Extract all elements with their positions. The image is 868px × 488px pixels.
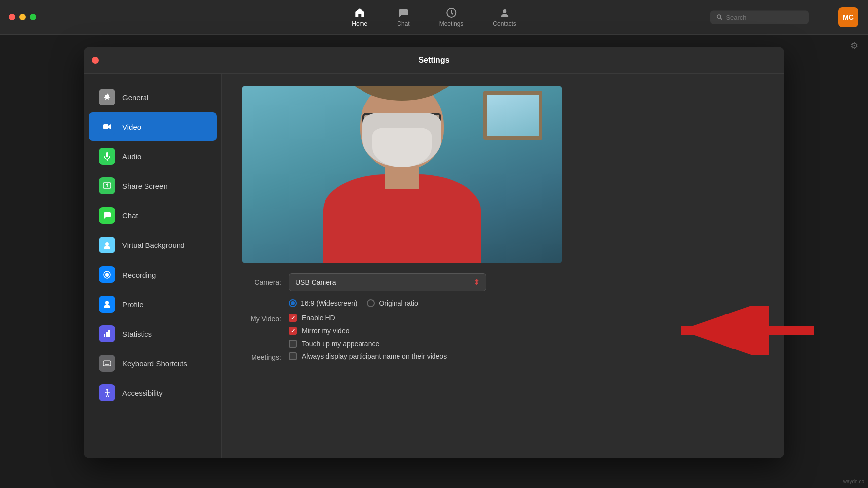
camera-select[interactable]: USB Camera ⬍ bbox=[289, 273, 486, 291]
keyboard-icon bbox=[99, 355, 115, 372]
settings-title: Settings bbox=[418, 56, 449, 65]
sidebar-general-label: General bbox=[122, 93, 148, 102]
sidebar-audio-label: Audio bbox=[122, 152, 141, 161]
touch-up-checkbox[interactable] bbox=[289, 340, 297, 348]
display-name-label: Always display participant name on their… bbox=[302, 352, 447, 360]
widescreen-label: 16:9 (Widescreen) bbox=[301, 299, 357, 307]
settings-sidebar: General Video Audio bbox=[84, 74, 222, 458]
meetings-checkboxes: Always display participant name on their… bbox=[289, 352, 447, 360]
chat-sidebar-icon bbox=[99, 207, 115, 224]
sidebar-vbg-label: Virtual Background bbox=[122, 241, 184, 249]
camera-value: USB Camera bbox=[295, 279, 336, 286]
sidebar-video-label: Video bbox=[122, 123, 141, 131]
settings-header: Settings bbox=[84, 47, 784, 74]
gear-icon[interactable]: ⚙ bbox=[850, 40, 858, 51]
vbg-icon bbox=[99, 237, 115, 253]
ratio-row: 16:9 (Widescreen) Original ratio bbox=[242, 299, 764, 307]
sidebar-item-audio[interactable]: Audio bbox=[89, 142, 217, 171]
settings-close-button[interactable] bbox=[92, 57, 99, 64]
my-video-row: My Video: Enable HD Mirror my video Touc… bbox=[242, 314, 764, 348]
search-input[interactable] bbox=[726, 13, 803, 21]
svg-point-8 bbox=[105, 273, 109, 277]
home-icon bbox=[354, 7, 365, 18]
minimize-dot[interactable] bbox=[19, 14, 26, 20]
nav-meetings[interactable]: Meetings bbox=[425, 3, 478, 31]
sidebar-statistics-label: Statistics bbox=[122, 330, 152, 338]
camera-row: Camera: USB Camera ⬍ bbox=[242, 273, 764, 291]
settings-body: General Video Audio bbox=[84, 74, 784, 458]
sidebar-item-keyboard-shortcuts[interactable]: Keyboard Shortcuts bbox=[89, 349, 217, 378]
search-icon bbox=[716, 14, 722, 21]
camera-label: Camera: bbox=[242, 279, 281, 286]
sidebar-recording-label: Recording bbox=[122, 271, 156, 279]
meetings-row: Meetings: Always display participant nam… bbox=[242, 352, 764, 361]
meetings-label: Meetings bbox=[439, 20, 464, 27]
general-icon bbox=[99, 89, 115, 105]
mirror-video-checkbox[interactable] bbox=[289, 327, 297, 335]
my-video-label: My Video: bbox=[242, 314, 281, 323]
mirror-video-label: Mirror my video bbox=[302, 327, 349, 335]
maximize-dot[interactable] bbox=[30, 14, 36, 20]
profile-icon bbox=[99, 296, 115, 313]
sidebar-chat-label: Chat bbox=[122, 211, 138, 220]
mirror-video-item[interactable]: Mirror my video bbox=[289, 327, 379, 335]
avatar[interactable]: MC bbox=[838, 7, 858, 27]
nav-contacts[interactable]: Contacts bbox=[478, 3, 531, 31]
contacts-icon bbox=[499, 7, 510, 18]
search-bar[interactable] bbox=[710, 10, 809, 24]
settings-main: Camera: USB Camera ⬍ 16:9 (Widescreen) O… bbox=[222, 74, 784, 458]
accessibility-icon bbox=[99, 384, 115, 401]
select-arrow-icon: ⬍ bbox=[473, 278, 480, 287]
display-name-item[interactable]: Always display participant name on their… bbox=[289, 352, 447, 360]
display-name-checkbox[interactable] bbox=[289, 352, 297, 360]
widescreen-radio-button[interactable] bbox=[289, 299, 297, 307]
home-label: Home bbox=[352, 20, 367, 27]
video-icon bbox=[99, 118, 115, 135]
sidebar-item-statistics[interactable]: Statistics bbox=[89, 319, 217, 348]
face-area bbox=[242, 86, 562, 263]
sidebar-accessibility-label: Accessibility bbox=[122, 389, 163, 397]
widescreen-radio[interactable]: 16:9 (Widescreen) bbox=[289, 299, 357, 307]
sidebar-item-accessibility[interactable]: Accessibility bbox=[89, 379, 217, 407]
window-controls bbox=[0, 14, 36, 20]
enable-hd-checkbox[interactable] bbox=[289, 314, 297, 322]
enable-hd-item[interactable]: Enable HD bbox=[289, 314, 379, 322]
audio-icon bbox=[99, 148, 115, 165]
touch-up-label: Touch up my appearance bbox=[302, 340, 379, 348]
touch-up-item[interactable]: Touch up my appearance bbox=[289, 340, 379, 348]
original-ratio-radio[interactable]: Original ratio bbox=[367, 299, 418, 307]
sidebar-item-general[interactable]: General bbox=[89, 83, 217, 111]
recording-icon bbox=[99, 266, 115, 283]
sidebar-item-share-screen[interactable]: Share Screen bbox=[89, 172, 217, 200]
sidebar-item-chat[interactable]: Chat bbox=[89, 201, 217, 230]
chat-nav-icon bbox=[398, 7, 409, 18]
svg-point-1 bbox=[503, 9, 506, 13]
sidebar-share-label: Share Screen bbox=[122, 182, 168, 190]
svg-rect-13 bbox=[103, 361, 111, 366]
chat-nav-label: Chat bbox=[397, 20, 409, 27]
titlebar: Home Chat Meetings bbox=[0, 0, 868, 35]
sidebar-item-profile[interactable]: Profile bbox=[89, 290, 217, 318]
original-radio-button[interactable] bbox=[367, 299, 375, 307]
sidebar-item-video[interactable]: Video bbox=[89, 112, 217, 141]
share-screen-icon bbox=[99, 177, 115, 194]
svg-rect-10 bbox=[104, 334, 105, 337]
enable-hd-label: Enable HD bbox=[302, 314, 335, 322]
meetings-icon bbox=[446, 7, 457, 18]
sidebar-item-recording[interactable]: Recording bbox=[89, 260, 217, 289]
navigation: Home Chat Meetings bbox=[337, 3, 531, 31]
sidebar-profile-label: Profile bbox=[122, 300, 144, 309]
original-label: Original ratio bbox=[379, 299, 418, 307]
svg-point-9 bbox=[105, 301, 109, 305]
svg-point-6 bbox=[105, 242, 109, 246]
contacts-label: Contacts bbox=[493, 20, 516, 27]
sidebar-item-virtual-background[interactable]: Virtual Background bbox=[89, 231, 217, 259]
nav-home[interactable]: Home bbox=[337, 3, 382, 31]
meetings-label: Meetings: bbox=[242, 352, 281, 361]
nav-chat[interactable]: Chat bbox=[382, 3, 424, 31]
sidebar-keyboard-label: Keyboard Shortcuts bbox=[122, 359, 187, 368]
settings-window: Settings General Video bbox=[84, 47, 784, 458]
close-dot[interactable] bbox=[9, 14, 15, 20]
svg-rect-11 bbox=[106, 332, 108, 337]
watermark: waydn.co bbox=[843, 479, 864, 484]
